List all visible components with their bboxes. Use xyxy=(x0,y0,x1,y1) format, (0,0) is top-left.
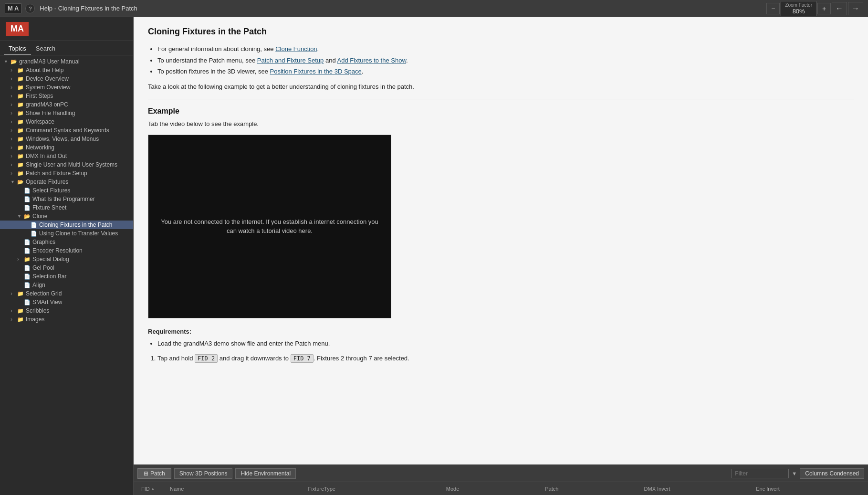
tree-label-clone: Clone xyxy=(32,213,131,220)
filter-icon: ▼ xyxy=(792,471,797,476)
th-fid[interactable]: FID ▲ xyxy=(137,486,166,492)
tree-item-images[interactable]: ›📁Images xyxy=(0,315,133,324)
req-item-1: Load the grandMA3 demo show file and ent… xyxy=(157,339,854,348)
tree-item-specialdialog[interactable]: ›📁Special Dialog xyxy=(0,255,133,263)
th-encinvert[interactable]: Enc Invert xyxy=(752,486,864,492)
bottom-toolbar: ⊞ Patch Show 3D Positions Hide Environme… xyxy=(134,464,868,482)
tree-item-grandma3onpc[interactable]: ›📁grandMA3 onPC xyxy=(0,100,133,109)
tree-item-cmdsyntax[interactable]: ›📁Command Syntax and Keywords xyxy=(0,126,133,135)
tree-label-grandma3onpc: grandMA3 onPC xyxy=(26,101,131,108)
tree-item-system[interactable]: ›📁System Overview xyxy=(0,83,133,92)
tree-item-operatefixtures[interactable]: ▼📂Operate Fixtures xyxy=(0,178,133,186)
help-icon[interactable]: ? xyxy=(25,4,35,13)
step1-text3: . Fixtures 2 through 7 are selected. xyxy=(314,355,409,362)
tree-arrow-scribbles: › xyxy=(10,307,17,314)
tree-item-clone[interactable]: ▼📂Clone xyxy=(0,212,133,221)
th-dmxinvert[interactable]: DMX Invert xyxy=(640,486,753,492)
th-patch[interactable]: Patch xyxy=(541,486,640,492)
th-fixturetype[interactable]: FixtureType xyxy=(304,486,442,492)
tree-item-align[interactable]: 📄Align xyxy=(0,281,133,289)
tree-item-encoderres[interactable]: 📄Encoder Resolution xyxy=(0,246,133,255)
example-title: Example xyxy=(148,107,854,116)
show-3d-button[interactable]: Show 3D Positions xyxy=(174,468,233,479)
back-button[interactable]: ← xyxy=(832,2,847,15)
clone-function-link[interactable]: Clone Function xyxy=(275,45,317,53)
tree-item-scribbles[interactable]: ›📁Scribbles xyxy=(0,306,133,315)
tree-item-grandma3[interactable]: ▼📂grandMA3 User Manual xyxy=(0,57,133,66)
forward-button[interactable]: → xyxy=(848,2,863,15)
tree-icon-usingclone: 📄 xyxy=(31,231,38,237)
tab-topics[interactable]: Topics xyxy=(4,43,31,55)
requirements-title: Requirements: xyxy=(148,328,854,335)
tree-item-device[interactable]: ›📁Device Overview xyxy=(0,74,133,83)
tree-item-graphics[interactable]: 📄Graphics xyxy=(0,238,133,246)
step1-text2: and drag it downwards to xyxy=(218,355,290,362)
tree-item-selectfixtures[interactable]: 📄Select Fixtures xyxy=(0,186,133,195)
page-title: Cloning Fixtures in the Patch xyxy=(148,27,854,37)
bullet-3: To position fixtures in the 3D viewer, s… xyxy=(157,67,854,76)
description-text: Take a look at the following example to … xyxy=(148,82,854,92)
tree-item-gelpool[interactable]: 📄Gel Pool xyxy=(0,263,133,272)
filter-input[interactable] xyxy=(732,469,789,478)
tree-arrow-dmxinout: › xyxy=(10,153,17,159)
hide-environmental-button[interactable]: Hide Environmental xyxy=(235,468,296,479)
tree-icon-dmxinout: 📁 xyxy=(17,153,25,159)
minimize-button[interactable]: − xyxy=(766,3,780,14)
ma-icon: M A xyxy=(5,3,21,13)
zoom-in-button[interactable]: + xyxy=(817,3,831,14)
tree-item-showfile[interactable]: ›📁Show File Handling xyxy=(0,109,133,117)
tree-arrow-workspace: › xyxy=(10,118,17,125)
tree-arrow-selectiongrid: › xyxy=(10,290,17,297)
th-name[interactable]: Name xyxy=(166,486,304,492)
th-mode[interactable]: Mode xyxy=(442,486,541,492)
tree-label-selectionbar: Selection Bar xyxy=(32,273,131,280)
video-message: You are not connected to the internet. I… xyxy=(158,217,381,236)
add-fixtures-link[interactable]: Add Fixtures to the Show xyxy=(337,57,407,64)
tree-item-fixturesheet[interactable]: 📄Fixture Sheet xyxy=(0,203,133,212)
tree-icon-scribbles: 📁 xyxy=(17,308,25,314)
tree-icon-grandma3onpc: 📁 xyxy=(17,102,25,108)
tree-icon-system: 📁 xyxy=(17,84,25,91)
tree-arrow-patchfixture: › xyxy=(10,170,17,177)
tree-arrow-specialdialog: › xyxy=(17,256,24,263)
tree-arrow-singleuser: › xyxy=(10,161,17,168)
tree-item-networking[interactable]: ›📁Networking xyxy=(0,143,133,152)
tree-item-selectionbar[interactable]: 📄Selection Bar xyxy=(0,272,133,281)
tree-item-winviews[interactable]: ›📁Windows, Views, and Menus xyxy=(0,135,133,143)
video-container[interactable]: You are not connected to the internet. I… xyxy=(148,135,391,318)
tree-item-programmer[interactable]: 📄What Is the Programmer xyxy=(0,195,133,203)
tree-icon-selectiongrid: 📁 xyxy=(17,291,25,297)
position-fixtures-link[interactable]: Position Fixtures in the 3D Space xyxy=(270,68,362,75)
tab-search[interactable]: Search xyxy=(31,43,60,55)
tree-arrow-grandma3onpc: › xyxy=(10,101,17,108)
patch-fixture-setup-link[interactable]: Patch and Fixture Setup xyxy=(257,57,324,64)
tree-icon-gelpool: 📄 xyxy=(24,265,31,271)
tree-item-selectiongrid[interactable]: ›📁Selection Grid xyxy=(0,289,133,298)
sidebar-tree: ▼📂grandMA3 User Manual›📁About the Help›📁… xyxy=(0,55,133,495)
tree-item-workspace[interactable]: ›📁Workspace xyxy=(0,117,133,126)
tree-label-specialdialog: Special Dialog xyxy=(32,256,131,263)
tree-label-scribbles: Scribbles xyxy=(26,307,131,314)
tree-label-about: About the Help xyxy=(26,67,131,74)
columns-button[interactable]: Columns Condensed xyxy=(800,468,864,479)
tree-icon-grandma3: 📂 xyxy=(10,59,18,65)
tree-item-about[interactable]: ›📁About the Help xyxy=(0,66,133,74)
columns-value: Condensed xyxy=(830,470,859,477)
tree-arrow-clone: ▼ xyxy=(17,214,24,219)
tree-icon-images: 📁 xyxy=(17,316,25,323)
tree-item-patchfixture[interactable]: ›📁Patch and Fixture Setup xyxy=(0,169,133,178)
tree-item-firststeps[interactable]: ›📁First Steps xyxy=(0,92,133,100)
title-bar-logo: M A xyxy=(5,3,21,13)
tree-item-dmxinout[interactable]: ›📁DMX In and Out xyxy=(0,152,133,160)
sort-arrow-fid: ▲ xyxy=(151,486,155,491)
step1-text1: Tap and hold xyxy=(157,355,195,362)
tree-item-cloningfixtures[interactable]: 📄Cloning Fixtures in the Patch xyxy=(0,221,133,229)
tree-item-usingclone[interactable]: 📄Using Clone to Transfer Values xyxy=(0,229,133,238)
tree-item-singleuser[interactable]: ›📁Single User and Multi User Systems xyxy=(0,160,133,169)
patch-button[interactable]: ⊞ Patch xyxy=(137,468,171,479)
tree-item-smartview[interactable]: 📄SMArt View xyxy=(0,298,133,306)
th-fid-label: FID xyxy=(141,486,150,492)
tree-icon-selectfixtures: 📄 xyxy=(24,188,31,194)
divider xyxy=(148,99,854,99)
zoom-section: Zoom Factor 80% xyxy=(781,1,816,16)
